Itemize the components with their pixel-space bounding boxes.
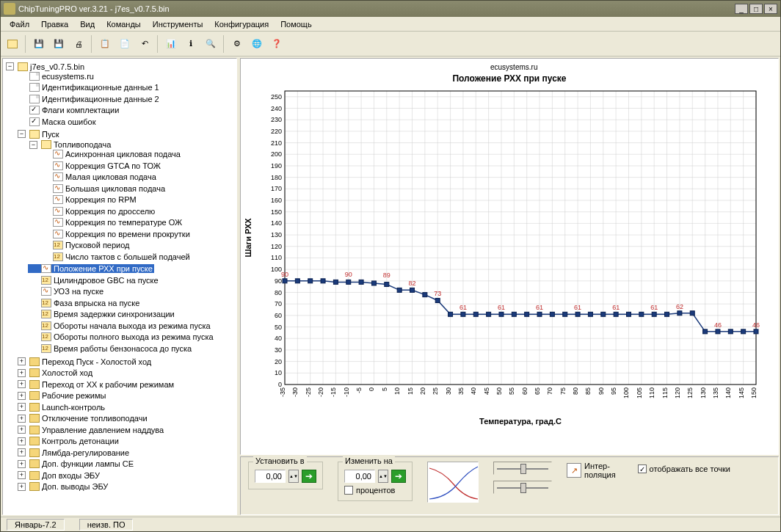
info-button[interactable]: ℹ xyxy=(182,35,200,53)
tree-item[interactable]: Обороты начала выхода из режима пуска xyxy=(28,321,212,330)
open-button[interactable] xyxy=(4,35,21,53)
menu-help[interactable]: Помощь xyxy=(275,18,318,30)
save-button[interactable]: 💾 xyxy=(30,35,48,53)
tree-item[interactable]: УОЗ на пуске xyxy=(28,287,105,296)
menu-view[interactable]: Вид xyxy=(74,18,101,30)
svg-rect-139 xyxy=(410,288,415,292)
svg-rect-165 xyxy=(741,329,746,334)
tree-item[interactable]: Идентификационные данные 2 xyxy=(16,95,161,103)
set-input[interactable] xyxy=(255,470,286,483)
save-all-button[interactable]: 💾 xyxy=(50,35,68,53)
tree-item[interactable]: Число тактов с большей подачей xyxy=(40,252,192,261)
tree-item[interactable]: +Переход от ХХ к рабочим режимам xyxy=(16,380,175,389)
expand-icon[interactable]: + xyxy=(18,483,26,491)
tree-item[interactable]: −Пуск xyxy=(16,130,61,139)
percent-label: процентов xyxy=(356,486,395,495)
svg-text:-15: -15 xyxy=(330,387,337,397)
tree-item[interactable]: Флаги комплектации xyxy=(16,106,120,114)
chart-button[interactable]: 📊 xyxy=(162,35,180,53)
tree-item[interactable]: +Холостой ход xyxy=(16,368,94,377)
globe-button[interactable]: 🌐 xyxy=(248,35,266,53)
svg-text:-30: -30 xyxy=(291,387,299,397)
paste-button[interactable]: 📄 xyxy=(116,35,134,53)
tree-item[interactable]: −Топливоподача xyxy=(28,140,112,149)
tree-item[interactable]: Фаза впрыска на пуске xyxy=(28,299,141,307)
chart-svg[interactable]: 0102030405060708090100110120130140150160… xyxy=(241,84,763,429)
tree-item[interactable]: −j7es_v0.7.5.bin xyxy=(4,62,86,71)
tree-item[interactable]: ecusystems.ru xyxy=(16,72,95,81)
menu-file[interactable]: Файл xyxy=(4,18,35,30)
set-spinner[interactable]: ▲▼ xyxy=(288,470,299,483)
tree-item[interactable]: +Рабочие режимы xyxy=(16,391,107,400)
tree-item[interactable]: +Доп входы ЭБУ xyxy=(16,471,101,480)
expand-icon[interactable]: + xyxy=(18,415,26,423)
tree-item[interactable]: Малая цикловая подача xyxy=(40,172,158,181)
tree-item[interactable]: +Управление давлением наддува xyxy=(16,426,165,434)
showall-checkbox[interactable]: ✓ xyxy=(638,464,647,473)
tree-item[interactable]: Положение РХХ при пуске xyxy=(28,264,154,273)
minimize-button[interactable]: _ xyxy=(735,4,748,14)
close-button[interactable]: × xyxy=(764,4,777,14)
svg-text:45: 45 xyxy=(483,387,490,395)
set-apply-button[interactable]: ➔ xyxy=(302,470,316,483)
expand-icon[interactable]: − xyxy=(6,62,14,70)
percent-checkbox[interactable] xyxy=(344,486,353,495)
tree-item[interactable]: Цилиндровое GBC на пуске xyxy=(28,276,160,285)
expand-icon[interactable]: + xyxy=(18,357,26,365)
tree-item[interactable]: Время работы бензонасоса до пуска xyxy=(28,344,193,353)
expand-icon[interactable]: + xyxy=(18,471,26,479)
tree-item[interactable]: Пусковой период xyxy=(40,241,131,249)
tree-item[interactable]: +Доп. выводы ЭБУ xyxy=(16,482,109,491)
tree-item[interactable]: +Доп. функции лампы CE xyxy=(16,459,135,468)
expand-icon[interactable]: + xyxy=(18,437,26,445)
tree-item[interactable]: +Переход Пуск - Холостой ход xyxy=(16,357,153,366)
tree-item[interactable]: +Лямбда-регулирование xyxy=(16,448,131,457)
menu-config[interactable]: Конфигурация xyxy=(208,18,275,30)
tree-item[interactable]: Коррекция по времени прокрутки xyxy=(40,230,192,238)
menu-edit[interactable]: Правка xyxy=(35,18,74,30)
expand-icon[interactable]: + xyxy=(18,460,26,468)
slider-bottom[interactable] xyxy=(493,481,552,494)
change-apply-button[interactable]: ➔ xyxy=(391,470,406,483)
tree-item[interactable]: Асинхронная цикловая подача xyxy=(40,150,182,158)
tree-item[interactable]: Идентификационные данные 1 xyxy=(16,83,161,92)
help-button[interactable]: ❓ xyxy=(268,35,286,53)
change-input[interactable] xyxy=(344,470,375,483)
interp-button[interactable]: ↗ Интер- поляция xyxy=(567,462,616,479)
tree-item[interactable]: +Отключение топливоподачи xyxy=(16,414,149,423)
tree-item[interactable]: Большая цикловая подача xyxy=(40,184,167,193)
expand-icon[interactable]: + xyxy=(18,392,26,400)
search-button[interactable]: 🔍 xyxy=(202,35,219,53)
tree-item[interactable]: Маска ошибок xyxy=(16,117,97,126)
print-button[interactable]: 🖨 xyxy=(70,35,87,53)
svg-text:40: 40 xyxy=(275,335,282,342)
menu-tools[interactable]: Инструменты xyxy=(147,18,209,30)
change-spinner[interactable]: ▲▼ xyxy=(378,470,388,483)
expand-icon[interactable]: + xyxy=(18,403,26,411)
menu-commands[interactable]: Команды xyxy=(101,18,147,30)
tree-item[interactable]: +Launch-контроль xyxy=(16,403,106,412)
tree-item[interactable]: Время задержки синхронизации xyxy=(28,310,176,318)
tree-item[interactable]: Коррекция по RPM xyxy=(40,195,138,204)
tree-icon xyxy=(41,344,51,353)
expand-icon[interactable]: + xyxy=(18,380,26,388)
copy-button[interactable]: 📋 xyxy=(96,35,114,53)
tree-item[interactable]: Обороты полного выхода из режима пуска xyxy=(28,332,215,341)
tree-item[interactable]: +Контроль детонации xyxy=(16,437,120,445)
expand-icon[interactable]: − xyxy=(18,130,26,138)
expand-icon[interactable]: + xyxy=(18,426,26,434)
tree-item[interactable]: Коррекция по дросселю xyxy=(40,207,156,216)
tree-item[interactable]: Коррекция по температуре ОЖ xyxy=(40,218,184,227)
expand-icon[interactable]: + xyxy=(18,448,26,456)
tree-label: Пусковой период xyxy=(65,241,130,249)
percent-row[interactable]: процентов xyxy=(344,486,406,495)
showall-row[interactable]: ✓ отображать все точки xyxy=(638,464,730,473)
settings-button[interactable]: ⚙ xyxy=(228,35,246,53)
slider-top[interactable] xyxy=(493,462,552,475)
expand-icon[interactable]: + xyxy=(18,369,26,377)
undo-button[interactable]: ↶ xyxy=(136,35,153,53)
tree-panel[interactable]: −j7es_v0.7.5.binecusystems.ruИдентификац… xyxy=(2,58,237,515)
maximize-button[interactable]: □ xyxy=(749,4,763,14)
expand-icon[interactable]: − xyxy=(29,141,37,149)
tree-item[interactable]: Коррекция GTCA по ТОЖ xyxy=(40,161,162,170)
